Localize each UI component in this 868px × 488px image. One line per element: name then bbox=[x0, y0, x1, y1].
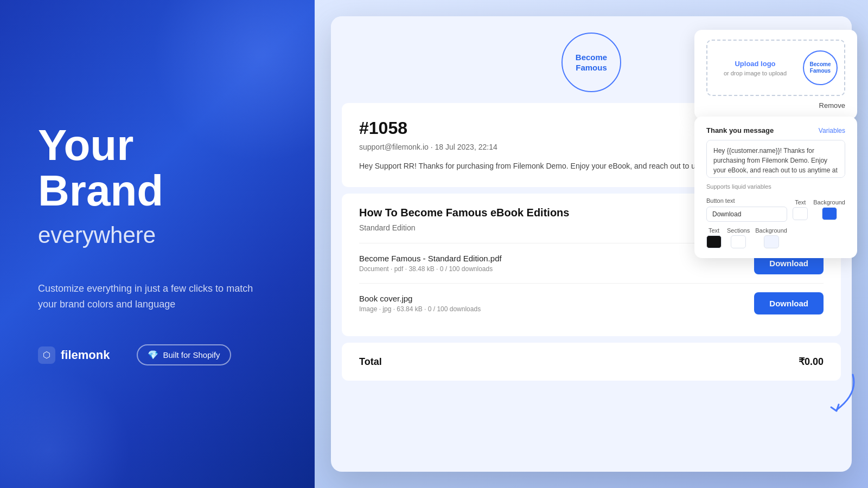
color2-sections-label: Sections bbox=[727, 227, 750, 234]
variables-link[interactable]: Variables bbox=[819, 127, 845, 134]
hero-subtitle: everywhere bbox=[38, 222, 277, 248]
file-item-2: Book cover.jpg Image · jpg · 63.84 kB · … bbox=[359, 283, 824, 323]
arrow-decoration bbox=[826, 372, 858, 418]
total-label: Total bbox=[359, 356, 382, 368]
bg-color-label: Background bbox=[813, 199, 845, 206]
file-name-1: Become Famous - Standard Edition.pdf bbox=[359, 254, 502, 263]
upload-sub: or drop image to upload bbox=[714, 70, 796, 76]
logo-preview: BecomeFamous bbox=[803, 50, 838, 85]
total-amount: ₹0.00 bbox=[799, 356, 824, 368]
button-text-input[interactable]: Download bbox=[706, 207, 787, 222]
thankyou-card-header: Thank you message Variables bbox=[706, 126, 845, 134]
supports-text: Supports liquid variables bbox=[706, 183, 845, 190]
hero-description: Customize everything in just a few click… bbox=[38, 281, 266, 312]
text-color-label: Text bbox=[795, 199, 806, 206]
brand-name: filemonk bbox=[61, 348, 110, 362]
upload-label[interactable]: Upload logo bbox=[714, 60, 796, 68]
product-title: How To Become Famous eBook Editions bbox=[359, 207, 569, 219]
file-meta-2: Image · jpg · 63.84 kB · 0 / 100 downloa… bbox=[359, 305, 481, 313]
color2-bg-swatch[interactable] bbox=[764, 235, 779, 248]
file-info-2: Book cover.jpg Image · jpg · 63.84 kB · … bbox=[359, 294, 481, 313]
total-section: Total ₹0.00 bbox=[342, 343, 841, 381]
color2-text-label: Text bbox=[709, 227, 719, 234]
logo-upload-area[interactable]: Upload logo or drop image to upload Beco… bbox=[706, 40, 845, 96]
left-panel: Your Brand everywhere Customize everythi… bbox=[0, 0, 315, 488]
file-name-2: Book cover.jpg bbox=[359, 294, 481, 303]
brand-logo: ⬡ filemonk bbox=[38, 346, 110, 364]
thankyou-card: Thank you message Variables Supports liq… bbox=[694, 117, 857, 258]
logo-upload-card: Upload logo or drop image to upload Beco… bbox=[694, 30, 857, 119]
bottom-row: ⬡ filemonk 💎 Built for Shopify bbox=[38, 344, 277, 365]
text-color-swatch[interactable] bbox=[793, 207, 808, 220]
filemonk-icon: ⬡ bbox=[38, 346, 55, 364]
bg-color-swatch[interactable] bbox=[822, 207, 837, 220]
shopify-badge[interactable]: 💎 Built for Shopify bbox=[137, 344, 231, 365]
color2-sections-swatch[interactable] bbox=[731, 235, 746, 248]
button-text-label: Button text bbox=[706, 197, 787, 204]
hero-title: Your Brand bbox=[38, 123, 277, 214]
color2-bg-label: Background bbox=[755, 227, 787, 234]
download-button-2[interactable]: Download bbox=[754, 292, 824, 314]
thankyou-textarea[interactable] bbox=[706, 140, 845, 178]
shopify-badge-label: Built for Shopify bbox=[163, 350, 220, 359]
logo-preview-text: BecomeFamous bbox=[810, 61, 831, 74]
file-meta-1: Document · pdf · 38.48 kB · 0 / 100 down… bbox=[359, 265, 502, 273]
color2-text-swatch[interactable] bbox=[706, 235, 722, 248]
brand-circle-text: BecomeFamous bbox=[576, 52, 607, 73]
thankyou-title: Thank you message bbox=[706, 126, 774, 134]
brand-circle: BecomeFamous bbox=[561, 33, 621, 92]
shopify-icon: 💎 bbox=[148, 350, 158, 360]
right-panel: BecomeFamous #1058 support@filemonk.io ·… bbox=[315, 0, 868, 488]
logo-upload-left: Upload logo or drop image to upload bbox=[714, 60, 796, 76]
file-info-1: Become Famous - Standard Edition.pdf Doc… bbox=[359, 254, 502, 273]
remove-button[interactable]: Remove bbox=[706, 101, 845, 110]
